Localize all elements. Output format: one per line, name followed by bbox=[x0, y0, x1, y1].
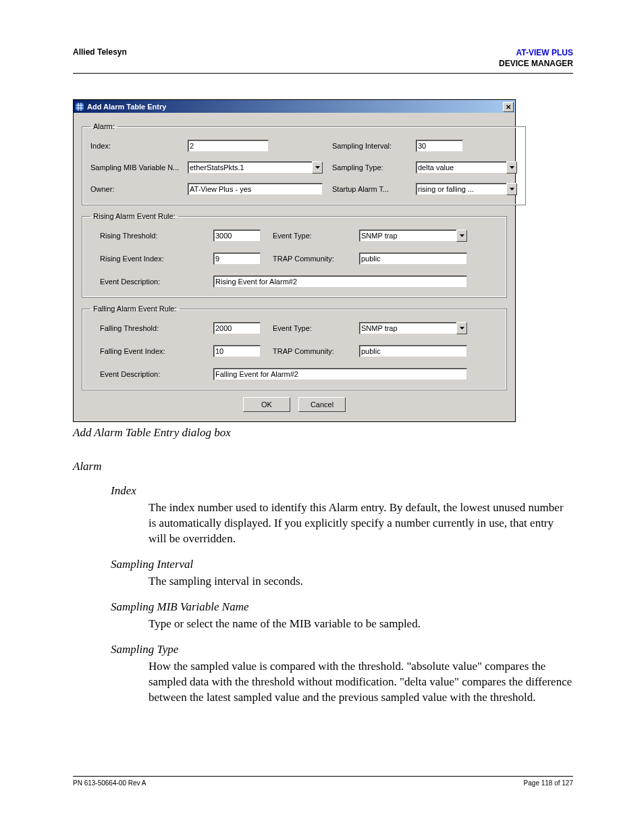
add-alarm-dialog: Add Alarm Table Entry ✕ Alarm: Index: Sa… bbox=[73, 99, 516, 422]
definition-body: The sampling interval in seconds. bbox=[149, 574, 573, 590]
falling-event-index-input[interactable] bbox=[213, 345, 261, 357]
definition-body: How the sampled value is compared with t… bbox=[149, 659, 573, 706]
chevron-down-icon[interactable] bbox=[456, 230, 467, 242]
rising-description-label: Event Description: bbox=[100, 278, 201, 286]
definition-body: Type or select the name of the MIB varia… bbox=[149, 617, 573, 632]
section-heading: Alarm bbox=[73, 460, 573, 473]
rising-event-type-combo[interactable] bbox=[359, 230, 467, 242]
rising-threshold-label: Rising Threshold: bbox=[100, 232, 201, 240]
definition-term: Sampling Interval bbox=[111, 558, 573, 571]
svg-rect-0 bbox=[76, 103, 84, 111]
header-right: AT-VIEW PLUS DEVICE MANAGER bbox=[499, 47, 573, 69]
module-name: DEVICE MANAGER bbox=[499, 58, 573, 69]
falling-legend: Falling Alarm Event Rule: bbox=[90, 305, 180, 313]
mib-variable-label: Sampling MIB Variable N... bbox=[90, 163, 178, 172]
falling-event-type-label: Event Type: bbox=[273, 324, 347, 332]
product-name: AT-VIEW PLUS bbox=[499, 47, 573, 58]
chevron-down-icon[interactable] bbox=[456, 322, 467, 334]
sampling-interval-label: Sampling Interval: bbox=[332, 142, 406, 150]
chevron-down-icon[interactable] bbox=[506, 183, 517, 195]
chevron-down-icon[interactable] bbox=[506, 161, 517, 174]
cancel-button[interactable]: Cancel bbox=[298, 397, 346, 412]
page-header: Allied Telesyn AT-VIEW PLUS DEVICE MANAG… bbox=[73, 47, 573, 74]
svg-marker-6 bbox=[510, 166, 514, 169]
rising-trap-community-label: TRAP Community: bbox=[273, 255, 347, 263]
page-footer: PN 613-50664-00 Rev A Page 118 of 127 bbox=[73, 776, 573, 787]
alarm-group: Alarm: Index: Sampling Interval: Samplin… bbox=[82, 122, 526, 205]
owner-label: Owner: bbox=[90, 185, 178, 193]
svg-marker-9 bbox=[460, 327, 464, 330]
startup-alarm-label: Startup Alarm T... bbox=[332, 185, 406, 193]
chevron-down-icon[interactable] bbox=[312, 161, 323, 174]
definition-term: Sampling Type bbox=[111, 643, 573, 656]
definition-term: Index bbox=[111, 484, 573, 498]
svg-marker-7 bbox=[510, 188, 514, 190]
rising-event-index-input[interactable] bbox=[213, 253, 261, 265]
rising-threshold-input[interactable] bbox=[213, 230, 261, 242]
definition-body: The index number used to identify this A… bbox=[149, 500, 573, 547]
dialog-title: Add Alarm Table Entry bbox=[87, 103, 503, 111]
mib-variable-combo[interactable] bbox=[188, 161, 323, 174]
app-icon bbox=[75, 102, 84, 111]
falling-description-input[interactable] bbox=[213, 368, 467, 380]
falling-event-index-label: Falling Event Index: bbox=[100, 347, 201, 355]
figure-caption: Add Alarm Table Entry dialog box bbox=[73, 426, 573, 440]
definition-term: Sampling MIB Variable Name bbox=[111, 600, 573, 614]
sampling-type-input[interactable] bbox=[416, 161, 506, 174]
ok-button[interactable]: OK bbox=[243, 397, 290, 412]
dialog-titlebar[interactable]: Add Alarm Table Entry ✕ bbox=[74, 100, 515, 113]
falling-trap-community-input[interactable] bbox=[359, 345, 467, 357]
footer-pn: PN 613-50664-00 Rev A bbox=[73, 779, 146, 787]
rising-legend: Rising Alarm Event Rule: bbox=[90, 212, 178, 220]
alarm-legend: Alarm: bbox=[90, 122, 117, 130]
sampling-interval-input[interactable] bbox=[416, 140, 463, 152]
falling-rule-group: Falling Alarm Event Rule: Falling Thresh… bbox=[82, 305, 507, 390]
svg-marker-5 bbox=[315, 166, 320, 169]
falling-description-label: Event Description: bbox=[100, 370, 201, 378]
footer-page: Page 118 of 127 bbox=[524, 779, 573, 787]
close-icon: ✕ bbox=[506, 103, 511, 111]
header-left: Allied Telesyn bbox=[73, 47, 127, 57]
startup-alarm-combo[interactable] bbox=[416, 183, 517, 195]
falling-event-type-combo[interactable] bbox=[359, 322, 467, 334]
sampling-type-combo[interactable] bbox=[416, 161, 517, 174]
index-input[interactable] bbox=[188, 140, 269, 152]
rising-event-type-input[interactable] bbox=[359, 230, 456, 242]
falling-threshold-label: Falling Threshold: bbox=[100, 324, 201, 332]
rising-event-index-label: Rising Event Index: bbox=[100, 255, 201, 263]
falling-threshold-input[interactable] bbox=[213, 322, 261, 334]
falling-trap-community-label: TRAP Community: bbox=[273, 347, 347, 355]
startup-alarm-input[interactable] bbox=[416, 183, 506, 195]
rising-rule-group: Rising Alarm Event Rule: Rising Threshol… bbox=[82, 212, 507, 298]
falling-event-type-input[interactable] bbox=[359, 322, 456, 334]
rising-description-input[interactable] bbox=[213, 276, 467, 288]
rising-event-type-label: Event Type: bbox=[273, 232, 347, 240]
owner-input[interactable] bbox=[188, 183, 323, 195]
close-button[interactable]: ✕ bbox=[503, 102, 514, 112]
svg-marker-8 bbox=[460, 234, 464, 237]
rising-trap-community-input[interactable] bbox=[359, 253, 467, 265]
mib-variable-input[interactable] bbox=[188, 161, 312, 174]
sampling-type-label: Sampling Type: bbox=[332, 163, 406, 172]
index-label: Index: bbox=[90, 142, 178, 150]
